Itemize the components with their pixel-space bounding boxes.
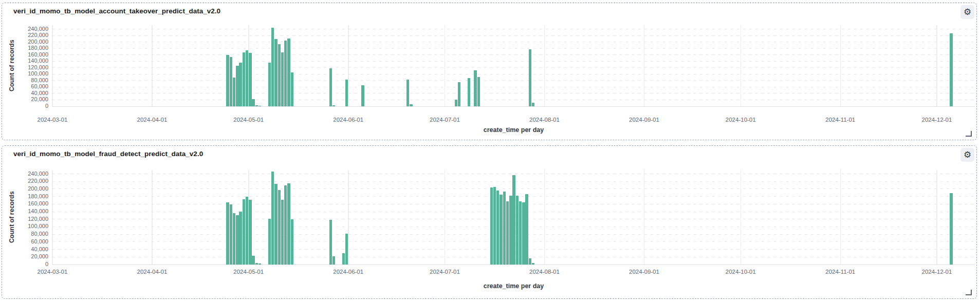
bar[interactable] bbox=[519, 201, 522, 264]
bar[interactable] bbox=[512, 175, 515, 265]
bar[interactable] bbox=[493, 187, 496, 264]
bar[interactable] bbox=[284, 185, 287, 265]
bar[interactable] bbox=[529, 49, 531, 106]
value-gridline bbox=[52, 29, 975, 29]
gear-icon: ⚙ bbox=[964, 8, 971, 16]
bar[interactable] bbox=[249, 200, 251, 264]
bar[interactable] bbox=[258, 263, 261, 264]
bar[interactable] bbox=[458, 82, 460, 106]
bar[interactable] bbox=[529, 258, 531, 264]
bar[interactable] bbox=[274, 184, 277, 265]
bar[interactable] bbox=[516, 196, 519, 264]
y-tick-label: 120,000 bbox=[10, 216, 48, 222]
bar[interactable] bbox=[255, 263, 258, 264]
value-gridline bbox=[52, 67, 975, 68]
bar[interactable] bbox=[233, 78, 235, 106]
bar[interactable] bbox=[522, 202, 525, 265]
bar[interactable] bbox=[243, 199, 245, 264]
bar[interactable] bbox=[455, 100, 457, 106]
bar[interactable] bbox=[258, 106, 261, 106]
bar[interactable] bbox=[345, 80, 348, 106]
bar[interactable] bbox=[246, 197, 248, 265]
bar[interactable] bbox=[342, 253, 345, 264]
gear-icon: ⚙ bbox=[964, 150, 971, 159]
bar[interactable] bbox=[243, 52, 245, 106]
bar[interactable] bbox=[532, 263, 534, 265]
bar[interactable] bbox=[246, 50, 248, 106]
bar[interactable] bbox=[271, 172, 274, 265]
bar[interactable] bbox=[252, 99, 254, 106]
bar[interactable] bbox=[249, 53, 251, 106]
bar[interactable] bbox=[255, 105, 258, 106]
value-gridline bbox=[52, 61, 975, 62]
bar[interactable] bbox=[284, 41, 287, 106]
bar[interactable] bbox=[525, 194, 528, 265]
month-gridline bbox=[52, 170, 53, 265]
bar[interactable] bbox=[490, 187, 493, 264]
bar[interactable] bbox=[477, 77, 480, 106]
bar[interactable] bbox=[268, 63, 271, 106]
y-tick-label: 160,000 bbox=[10, 51, 48, 58]
bar[interactable] bbox=[233, 213, 235, 264]
value-gridline bbox=[52, 87, 975, 87]
panel-settings-button[interactable]: ⚙ bbox=[960, 5, 974, 19]
bar[interactable] bbox=[230, 204, 232, 264]
bar[interactable] bbox=[291, 72, 293, 106]
bar[interactable] bbox=[410, 104, 412, 106]
chart-plot-area bbox=[52, 170, 975, 265]
bar[interactable] bbox=[406, 80, 409, 106]
bar[interactable] bbox=[332, 105, 335, 106]
bar[interactable] bbox=[532, 103, 534, 106]
bar[interactable] bbox=[506, 201, 509, 264]
panel-resize-handle-icon[interactable] bbox=[966, 290, 972, 295]
bar[interactable] bbox=[950, 193, 952, 265]
bar[interactable] bbox=[287, 183, 290, 264]
bar[interactable] bbox=[509, 196, 512, 264]
value-gridline bbox=[52, 80, 975, 81]
bar[interactable] bbox=[252, 256, 254, 265]
bar[interactable] bbox=[278, 44, 281, 106]
x-tick-label: 2024-06-01 bbox=[325, 269, 372, 275]
month-gridline bbox=[644, 25, 645, 106]
bar[interactable] bbox=[239, 212, 242, 265]
bar[interactable] bbox=[468, 78, 470, 106]
bar[interactable] bbox=[329, 68, 332, 106]
bar[interactable] bbox=[332, 256, 335, 264]
x-axis-title: create_time per day bbox=[52, 282, 975, 290]
y-tick-label: 140,000 bbox=[10, 208, 48, 215]
bar[interactable] bbox=[287, 39, 290, 106]
y-tick-label: 100,000 bbox=[10, 223, 48, 230]
bar[interactable] bbox=[361, 85, 364, 106]
bar[interactable] bbox=[268, 219, 271, 264]
bar[interactable] bbox=[281, 52, 284, 106]
bar[interactable] bbox=[278, 190, 281, 265]
bar[interactable] bbox=[271, 28, 274, 106]
dashboard-panel-fraud-detect[interactable]: veri_id_momo_tb_model_fraud_detect_predi… bbox=[2, 145, 977, 299]
bar[interactable] bbox=[503, 192, 506, 264]
bar[interactable] bbox=[345, 234, 348, 265]
bar[interactable] bbox=[236, 66, 238, 106]
bar[interactable] bbox=[281, 200, 284, 265]
bar[interactable] bbox=[236, 215, 238, 265]
panel-resize-handle-icon[interactable] bbox=[966, 131, 972, 137]
panel-title[interactable]: veri_id_momo_tb_model_fraud_detect_predi… bbox=[13, 150, 203, 158]
panel-title[interactable]: veri_id_momo_tb_model_account_takeover_p… bbox=[13, 7, 220, 15]
bar[interactable] bbox=[329, 220, 332, 265]
panel-settings-button[interactable]: ⚙ bbox=[960, 148, 974, 162]
bar[interactable] bbox=[496, 191, 499, 264]
y-tick-label: 160,000 bbox=[10, 200, 48, 207]
x-tick-label: 2024-11-01 bbox=[817, 269, 863, 275]
bar[interactable] bbox=[230, 57, 232, 106]
bar[interactable] bbox=[474, 70, 476, 106]
bar[interactable] bbox=[500, 195, 502, 264]
month-gridline bbox=[840, 170, 841, 265]
bar[interactable] bbox=[950, 33, 952, 106]
x-tick-label: 2024-08-01 bbox=[522, 269, 568, 275]
dashboard-panel-account-takeover[interactable]: veri_id_momo_tb_model_account_takeover_p… bbox=[2, 3, 977, 140]
bar[interactable] bbox=[226, 55, 229, 106]
bar[interactable] bbox=[291, 219, 293, 265]
bar[interactable] bbox=[274, 39, 277, 106]
bar[interactable] bbox=[239, 63, 242, 106]
value-gridline bbox=[52, 74, 975, 74]
bar[interactable] bbox=[226, 202, 229, 265]
